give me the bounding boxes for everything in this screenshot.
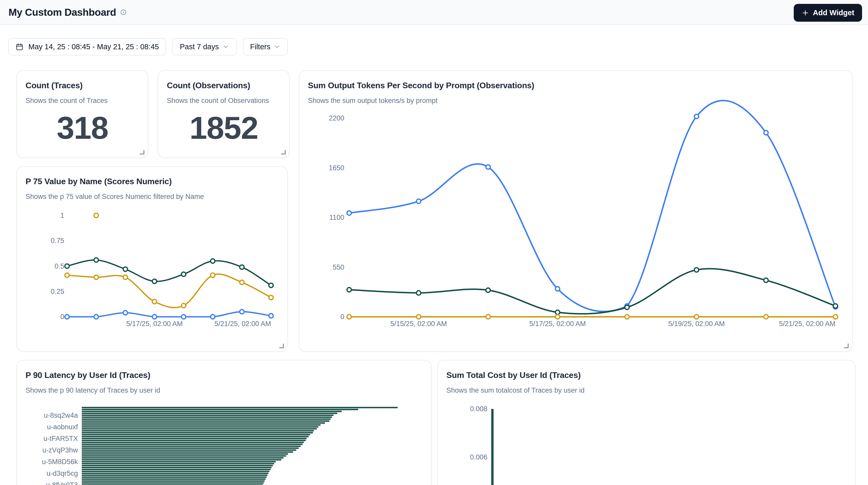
svg-text:5/21/25, 02:00 AM: 5/21/25, 02:00 AM: [779, 320, 836, 328]
widget-count-traces: Count (Traces) Shows the count of Traces…: [17, 70, 148, 158]
calendar-icon: [16, 43, 24, 51]
widget-tokens-per-second-chart: Sum Output Tokens Per Second by Prompt (…: [299, 70, 852, 352]
svg-text:5/17/25, 02:00 AM: 5/17/25, 02:00 AM: [126, 320, 183, 328]
svg-text:u-aobnuxf: u-aobnuxf: [47, 423, 78, 431]
svg-text:0.25: 0.25: [51, 287, 64, 295]
svg-text:5/19/25, 02:00 AM: 5/19/25, 02:00 AM: [668, 320, 724, 328]
svg-text:5/21/25, 02:00 AM: 5/21/25, 02:00 AM: [215, 320, 271, 328]
svg-text:0.008: 0.008: [470, 405, 487, 413]
dashboard-page: My Custom Dashboard Add Widget May 14, 2…: [0, 0, 868, 485]
widget-subtitle: Shows the count of Observations: [167, 97, 281, 105]
widget-count-observations: Count (Observations) Shows the count of …: [158, 70, 289, 158]
chevron-down-icon: [222, 43, 229, 50]
svg-text:u-8fVa9T3: u-8fVa9T3: [46, 481, 78, 485]
line-chart-tokens: 05501100165022005/15/25, 02:00 AM5/17/25…: [300, 71, 853, 352]
svg-text:u-8sq2w4a: u-8sq2w4a: [44, 412, 78, 419]
resize-handle-icon[interactable]: [140, 150, 145, 154]
svg-text:0: 0: [340, 313, 344, 321]
svg-text:550: 550: [333, 263, 344, 271]
line-chart-p75: 00.250.50.7515/17/25, 02:00 AM5/21/25, 0…: [17, 166, 288, 352]
page-title: My Custom Dashboard: [8, 7, 116, 18]
toolbar: May 14, 25 : 08:45 - May 21, 25 : 08:45 …: [8, 38, 288, 56]
bar-chart-cost: 0.0080.006: [438, 360, 856, 485]
svg-text:1650: 1650: [329, 164, 344, 172]
svg-text:5/15/25, 02:00 AM: 5/15/25, 02:00 AM: [391, 320, 447, 328]
resize-handle-icon[interactable]: [844, 344, 849, 348]
svg-text:u-zVqP3hw: u-zVqP3hw: [42, 446, 78, 454]
add-widget-label: Add Widget: [813, 8, 854, 17]
time-preset-value: Past 7 days: [180, 42, 219, 51]
add-widget-button[interactable]: Add Widget: [794, 4, 862, 22]
time-preset-dropdown[interactable]: Past 7 days: [172, 38, 237, 56]
bar-chart-latency: u-8sq2w4au-aobnuxfu-tFAR5TXu-zVqP3hwu-5M…: [17, 360, 432, 485]
chevron-down-icon: [274, 43, 281, 50]
resize-handle-icon[interactable]: [281, 150, 286, 154]
svg-text:1: 1: [60, 212, 64, 219]
svg-text:0: 0: [60, 313, 64, 321]
svg-text:u-5M8D56k: u-5M8D56k: [42, 458, 78, 466]
svg-text:0.75: 0.75: [51, 237, 64, 245]
plus-icon: [802, 9, 809, 17]
svg-text:5/17/25, 02:00 AM: 5/17/25, 02:00 AM: [529, 320, 586, 328]
resize-handle-icon[interactable]: [279, 344, 284, 348]
svg-text:u-d3qr5cg: u-d3qr5cg: [46, 469, 78, 477]
header: My Custom Dashboard Add Widget: [0, 0, 868, 25]
widget-p75-scores-chart: P 75 Value by Name (Scores Numeric) Show…: [17, 166, 288, 352]
filters-label: Filters: [250, 42, 271, 51]
svg-text:2200: 2200: [329, 114, 344, 122]
metric-value: 1852: [158, 112, 289, 144]
svg-text:1100: 1100: [329, 214, 344, 221]
widget-subtitle: Shows the count of Traces: [26, 97, 139, 105]
svg-text:0.006: 0.006: [470, 453, 487, 461]
widget-title: Count (Traces): [26, 81, 139, 90]
date-range-value: May 14, 25 : 08:45 - May 21, 25 : 08:45: [28, 42, 159, 51]
widget-title: Count (Observations): [167, 81, 281, 90]
metric-value: 318: [17, 112, 148, 144]
svg-text:u-tFAR5TX: u-tFAR5TX: [43, 435, 78, 443]
filters-dropdown[interactable]: Filters: [243, 38, 288, 56]
svg-text:0.5: 0.5: [54, 262, 64, 270]
widget-p90-latency-chart: P 90 Latency by User Id (Traces) Shows t…: [17, 360, 431, 485]
date-range-picker[interactable]: May 14, 25 : 08:45 - May 21, 25 : 08:45: [8, 38, 166, 56]
info-icon[interactable]: [120, 9, 127, 16]
widget-total-cost-chart: Sum Total Cost by User Id (Traces) Shows…: [437, 360, 856, 485]
